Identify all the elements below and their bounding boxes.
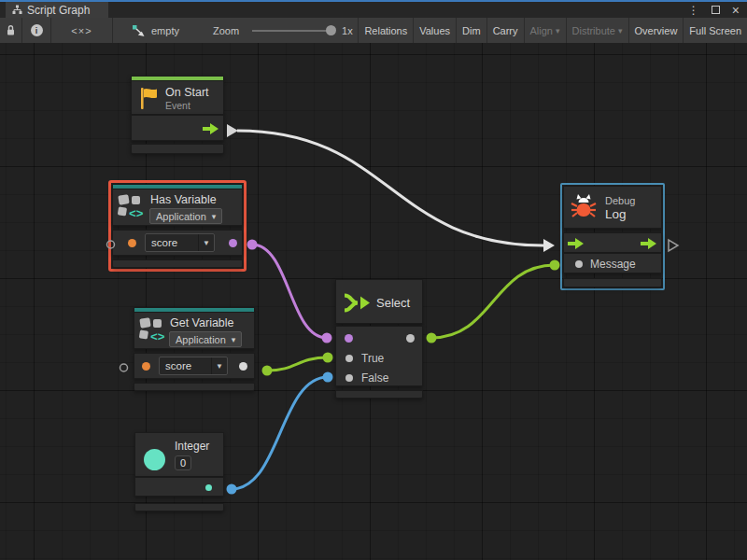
close-icon[interactable]: × [732, 3, 740, 18]
chevron-down-icon: ▾ [232, 335, 236, 344]
variables-icon: <> [118, 194, 147, 220]
flow-out-port[interactable] [641, 238, 657, 249]
name-input-port[interactable] [128, 239, 136, 247]
node-footer [134, 503, 224, 511]
message-input-port[interactable] [575, 260, 583, 268]
chevron-down-icon: ▾ [556, 26, 560, 35]
variable-name-field[interactable]: score ▼ [145, 233, 215, 252]
values-button[interactable]: Values [413, 18, 456, 43]
carry-button[interactable]: Carry [486, 18, 524, 43]
on-start-header: On Start Event [131, 80, 224, 115]
zoom-value: 1x [342, 25, 353, 36]
toolbar-buttons: Relations Values Dim Carry Align▾ Distri… [358, 18, 747, 43]
zoom-slider-handle[interactable] [326, 25, 336, 35]
info-icon: i [31, 24, 43, 36]
variable-scope-dropdown[interactable]: Application ▾ [149, 208, 222, 224]
tab-label: Script Graph [27, 4, 90, 17]
condition-input-port[interactable] [345, 334, 353, 343]
select-body: True False [335, 326, 423, 386]
value-output-port[interactable] [229, 239, 237, 247]
code-view-button[interactable]: <×> [51, 18, 113, 43]
get-variable-body: score ▼ [134, 353, 255, 379]
node-footer [131, 144, 224, 154]
chevron-down-icon[interactable]: ▼ [198, 234, 214, 251]
align-button: Align▾ [524, 18, 566, 43]
graph-pointer[interactable]: empty [122, 18, 189, 43]
flow-out-port[interactable] [203, 123, 219, 134]
node-debug-log[interactable]: Debug Log Message [560, 183, 665, 290]
integer-value-field[interactable]: 0 [175, 455, 191, 470]
has-variable-header: <> Has Variable Application ▾ [112, 189, 243, 226]
integer-header: Integer 0 [134, 432, 224, 477]
flag-icon [139, 87, 160, 110]
graph-icon [12, 5, 22, 15]
false-label: False [361, 371, 388, 385]
maximize-icon[interactable] [712, 6, 720, 14]
debug-log-message-row: Message [563, 253, 662, 273]
chevron-down-icon: ▾ [212, 212, 217, 221]
true-label: True [361, 352, 384, 365]
inspect-button[interactable]: i [22, 18, 51, 43]
integer-icon [144, 449, 165, 470]
graph-canvas[interactable]: On Start Event <> Has Variable [0, 43, 747, 560]
message-label: Message [590, 258, 636, 271]
node-on-start[interactable]: On Start Event [131, 76, 224, 154]
node-footer [563, 278, 662, 287]
debug-log-flow-row [563, 232, 662, 253]
zoom-slider[interactable] [252, 30, 334, 32]
node-footer [335, 390, 423, 399]
name-input-port[interactable] [142, 362, 150, 371]
true-input-port[interactable] [345, 355, 353, 362]
debug-log-header: Debug Log [563, 186, 662, 229]
node-title: Select [376, 296, 410, 310]
script-graph-window: Script Graph ⋮ × i <×> empty [0, 0, 747, 560]
on-start-body [131, 115, 224, 141]
window-controls: ⋮ × [688, 2, 747, 18]
variable-name-field[interactable]: score ▼ [159, 357, 228, 375]
graph-pointer-icon [132, 24, 146, 37]
chevron-down-icon: ▾ [618, 26, 623, 35]
overview-button[interactable]: Overview [628, 18, 684, 43]
distribute-button: Distribute▾ [566, 18, 628, 43]
selection-output-port[interactable] [406, 334, 415, 343]
node-footer [134, 383, 255, 391]
bug-icon [570, 192, 598, 220]
lock-icon [6, 24, 16, 36]
svg-text:<>: <> [129, 207, 144, 220]
tab-script-graph[interactable]: Script Graph [6, 2, 108, 18]
flow-in-port[interactable] [568, 238, 585, 249]
get-variable-header: <> Get Variable Application ▾ [134, 312, 255, 349]
chevron-down-icon[interactable]: ▼ [211, 357, 227, 374]
node-subtitle: Event [165, 100, 190, 111]
node-footer [112, 259, 243, 268]
zoom-label: Zoom [213, 25, 239, 36]
window-menu-icon[interactable]: ⋮ [688, 4, 699, 17]
fullscreen-button[interactable]: Full Screen [683, 18, 747, 43]
graph-toolbar: i <×> empty Zoom 1x Relations Values Dim… [0, 18, 747, 43]
node-title: Has Variable [150, 193, 217, 206]
titlebar: Script Graph ⋮ × [0, 2, 747, 18]
node-select[interactable]: Select True False [335, 279, 423, 399]
graph-pointer-label: empty [151, 25, 179, 36]
node-get-variable[interactable]: <> Get Variable Application ▾ score ▼ [134, 307, 255, 391]
svg-text:<>: <> [150, 330, 165, 343]
relations-button[interactable]: Relations [358, 18, 413, 43]
variable-scope-dropdown[interactable]: Application ▾ [169, 331, 242, 347]
node-title: On Start [165, 86, 209, 99]
node-category: Debug [605, 195, 635, 206]
zoom-control: Zoom 1x [213, 25, 353, 36]
node-title: Integer [175, 440, 209, 453]
select-icon [343, 291, 371, 315]
node-has-variable[interactable]: <> Has Variable Application ▾ score ▼ [108, 180, 247, 272]
lock-button[interactable] [0, 18, 22, 43]
value-output-port[interactable] [239, 362, 247, 371]
variables-icon: <> [139, 317, 168, 343]
node-integer[interactable]: Integer 0 [134, 432, 224, 511]
integer-body [134, 477, 224, 497]
value-output-port[interactable] [205, 484, 212, 491]
has-variable-body: score ▼ [112, 230, 243, 256]
select-header: Select [335, 279, 423, 324]
dim-button[interactable]: Dim [456, 18, 486, 43]
false-input-port[interactable] [345, 374, 353, 382]
node-title: Get Variable [170, 316, 234, 329]
